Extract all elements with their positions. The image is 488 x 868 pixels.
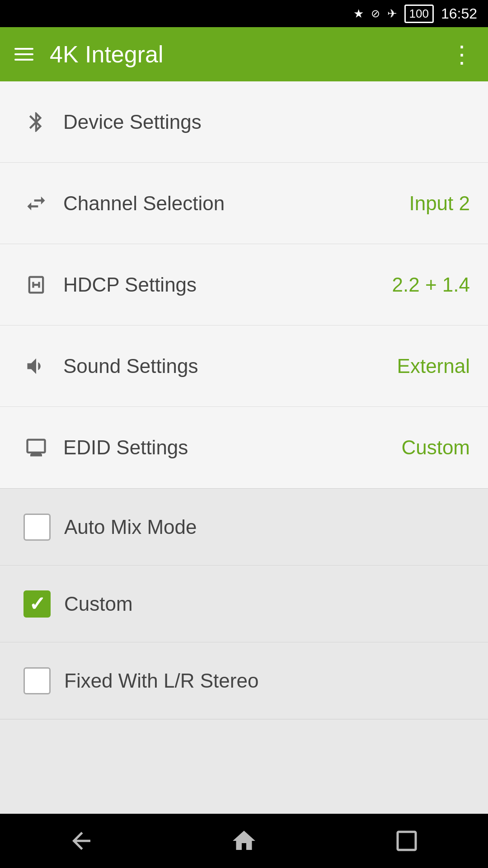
fixed-lr-stereo-label: Fixed With L/R Stereo (64, 670, 258, 692)
content-area: Device Settings Channel Selection Input … (0, 81, 488, 720)
edid-settings-section: EDID Settings Custom Auto Mix Mode Custo… (0, 407, 488, 720)
airplane-mode-icon: ✈ (387, 7, 397, 21)
app-title: 4K Integral (50, 41, 434, 68)
bluetooth-icon (18, 110, 54, 134)
channel-icon (18, 192, 54, 215)
sound-settings-item[interactable]: Sound Settings External (0, 326, 488, 407)
hamburger-line-3 (14, 59, 33, 61)
hamburger-line-2 (14, 53, 33, 55)
channel-selection-value: Input 2 (409, 192, 470, 215)
bluetooth-status-icon: ★ (353, 7, 364, 21)
edid-settings-value: Custom (401, 436, 470, 459)
hdcp-settings-value: 2.2 + 1.4 (392, 274, 470, 296)
hdcp-settings-label: HDCP Settings (63, 274, 392, 296)
recents-button[interactable] (380, 823, 434, 859)
hdcp-settings-item[interactable]: HDCP Settings 2.2 + 1.4 (0, 244, 488, 326)
edid-dropdown: Auto Mix Mode Custom Fixed With L/R Ster… (0, 488, 488, 719)
hamburger-line-1 (14, 48, 33, 50)
back-button[interactable] (54, 823, 108, 859)
sound-settings-value: External (397, 355, 470, 377)
fixed-lr-stereo-item[interactable]: Fixed With L/R Stereo (0, 642, 488, 719)
battery-icon: 100 (404, 5, 434, 23)
fixed-lr-stereo-checkbox[interactable] (23, 667, 51, 694)
custom-item[interactable]: Custom (0, 566, 488, 642)
device-settings-label: Device Settings (63, 111, 470, 133)
edid-settings-item[interactable]: EDID Settings Custom (0, 407, 488, 488)
rotation-lock-icon: ⊘ (371, 7, 380, 20)
auto-mix-mode-checkbox[interactable] (23, 514, 51, 541)
status-bar: ★ ⊘ ✈ 100 16:52 (0, 0, 488, 27)
home-icon (230, 827, 258, 854)
channel-selection-label: Channel Selection (63, 192, 409, 215)
home-button[interactable] (217, 823, 271, 859)
custom-checkbox[interactable] (23, 590, 51, 618)
sound-icon (18, 354, 54, 378)
edid-settings-label: EDID Settings (63, 436, 401, 459)
recents-icon (393, 827, 420, 854)
sound-settings-label: Sound Settings (63, 355, 397, 377)
hdcp-icon (18, 273, 54, 297)
auto-mix-mode-item[interactable]: Auto Mix Mode (0, 489, 488, 566)
time-display: 16:52 (441, 5, 477, 22)
channel-selection-item[interactable]: Channel Selection Input 2 (0, 163, 488, 244)
status-icons: ★ ⊘ ✈ 100 16:52 (353, 5, 477, 23)
device-settings-item[interactable]: Device Settings (0, 81, 488, 163)
custom-label: Custom (64, 593, 133, 615)
auto-mix-mode-label: Auto Mix Mode (64, 516, 197, 538)
more-options-button[interactable]: ⋮ (450, 42, 474, 66)
back-icon (68, 827, 95, 854)
hamburger-menu-button[interactable] (14, 48, 33, 61)
monitor-icon (18, 436, 54, 459)
nav-bar (0, 814, 488, 868)
app-bar: 4K Integral ⋮ (0, 27, 488, 81)
